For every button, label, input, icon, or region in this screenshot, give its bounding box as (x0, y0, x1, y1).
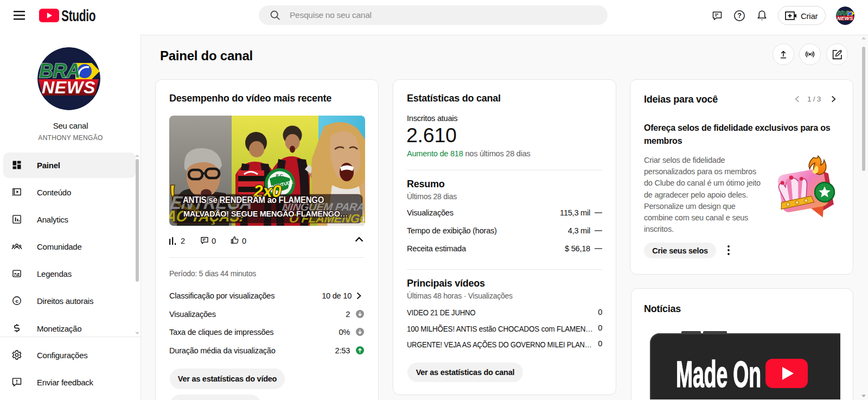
svg-text:E.C.: E.C. (276, 173, 284, 178)
svg-text:ANTIS se RENDERAM ao FLAMENGO: ANTIS se RENDERAM ao FLAMENGO (183, 195, 324, 205)
svg-text:?: ? (737, 12, 741, 20)
svg-text:MALVADÃO! SEGUE MENGÃO FLAMENG: MALVADÃO! SEGUE MENGÃO FLAMENGO… (183, 209, 348, 218)
svg-text:c: c (15, 298, 18, 304)
